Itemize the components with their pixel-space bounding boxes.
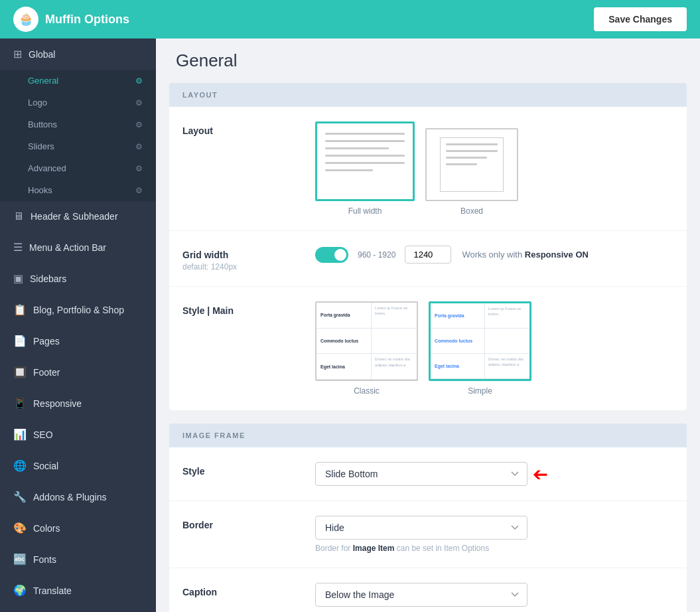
simple-row-1: Porta gravida Lorem ip Fusce ve lorem. <box>431 303 529 329</box>
sidebars-icon: ▣ <box>13 272 23 285</box>
responsive-icon: 📱 <box>13 397 27 410</box>
sidebar-responsive-label: Responsive <box>33 398 82 409</box>
gear-icon: ⚙ <box>135 186 143 195</box>
colors-icon: 🎨 <box>13 522 27 534</box>
style-dropdown-container: Slide Bottom ➔ <box>315 462 548 486</box>
style-options-container: Porta gravida Lorem ip Fusce ve lorem. C… <box>315 301 673 396</box>
gear-icon: ⚙ <box>135 98 143 108</box>
sidebar-item-custom-css-js[interactable]: </> Custom CSS & JS <box>0 606 156 612</box>
line <box>446 157 487 159</box>
content-area: General LAYOUT Layout <box>156 38 700 612</box>
simple-cell-right: Donec ve mattis dia adipisc dapibus a <box>485 354 529 378</box>
style-option-simple[interactable]: Porta gravida Lorem ip Fusce ve lorem. C… <box>429 301 531 396</box>
style-options: Porta gravida Lorem ip Fusce ve lorem. C… <box>315 301 531 396</box>
sidebar-item-responsive[interactable]: 📱 Responsive <box>0 388 156 419</box>
sidebar-sub-advanced[interactable]: Advanced ⚙ <box>0 157 156 179</box>
simple-table: Porta gravida Lorem ip Fusce ve lorem. C… <box>431 303 529 379</box>
line <box>325 155 405 157</box>
save-changes-button[interactable]: Save Changes <box>594 7 687 31</box>
simple-cell-left: Eget lacina <box>431 354 485 378</box>
sidebar-fonts-label: Fonts <box>33 554 56 565</box>
border-select[interactable]: Hide <box>315 516 527 540</box>
image-frame-style-row: Style Slide Bottom ➔ <box>169 447 687 501</box>
border-row: Border Hide Border for Image Item can be… <box>169 501 687 568</box>
classic-card: Porta gravida Lorem ip Fusce ve lorem. C… <box>315 301 418 381</box>
layout-options: Full width <box>315 121 518 216</box>
logo-area: 🧁 Muffin Options <box>13 7 129 32</box>
sidebar-global-label: Global <box>29 49 55 60</box>
sidebar-addons-label: Addons & Plugins <box>33 492 107 502</box>
app-title: Muffin Options <box>45 13 129 27</box>
simple-row-2: Commodo luctus <box>431 329 529 354</box>
simple-cell-right: Lorem ip Fusce ve lorem. <box>485 303 529 328</box>
layout-option-boxed[interactable]: Boxed <box>425 128 518 216</box>
sidebar-item-colors[interactable]: 🎨 Colors <box>0 512 156 544</box>
style-main-label: Style | Main <box>182 301 302 316</box>
sidebar-item-sidebars[interactable]: ▣ Sidebars <box>0 263 156 294</box>
addons-icon: 🔧 <box>13 491 27 503</box>
sidebar-sub-buttons[interactable]: Buttons ⚙ <box>0 114 156 135</box>
sidebar-sub-general[interactable]: General ⚙ <box>0 70 156 92</box>
grid-width-label: Grid width default: 1240px <box>182 246 302 271</box>
simple-cell-right <box>485 329 529 353</box>
full-width-label: Full width <box>348 206 382 216</box>
line <box>446 163 477 165</box>
grid-icon: ⊞ <box>13 48 22 60</box>
caption-select[interactable]: Below the Image <box>315 583 527 607</box>
sidebar-sub-hooks[interactable]: Hooks ⚙ <box>0 179 156 201</box>
line <box>325 133 405 135</box>
grid-value-input[interactable] <box>405 246 451 264</box>
grid-toggle[interactable] <box>315 247 348 263</box>
image-frame-style-select[interactable]: Slide Bottom <box>315 462 527 486</box>
pages-icon: 📄 <box>13 335 27 347</box>
layout-row-label: Layout <box>182 121 302 136</box>
line <box>325 162 405 164</box>
grid-controls: 960 - 1920 <box>315 246 451 264</box>
image-item-bold: Image Item <box>353 544 395 553</box>
sidebar-social-label: Social <box>33 461 58 471</box>
classic-cell-right: Donec ve mattis dia adipisc dapibus a <box>372 354 417 379</box>
sidebar-sub-logo-label: Logo <box>28 98 47 108</box>
layout-panel: LAYOUT Layout <box>169 83 687 410</box>
page-title: General <box>176 50 680 71</box>
translate-icon: 🌍 <box>13 584 27 597</box>
simple-card: Porta gravida Lorem ip Fusce ve lorem. C… <box>429 301 531 381</box>
fonts-icon: 🔤 <box>13 553 27 566</box>
style-option-classic[interactable]: Porta gravida Lorem ip Fusce ve lorem. C… <box>315 301 418 396</box>
border-content: Hide Border for Image Item can be set in… <box>315 516 673 553</box>
classic-row-1: Porta gravida Lorem ip Fusce ve lorem. <box>316 303 417 329</box>
seo-icon: 📊 <box>13 428 27 441</box>
sidebar: ⊞ Global General ⚙ Logo ⚙ Buttons ⚙ Slid… <box>0 38 156 612</box>
sidebar-item-global[interactable]: ⊞ Global <box>0 38 156 70</box>
sidebar-sub-sliders[interactable]: Sliders ⚙ <box>0 135 156 157</box>
caption-label: Caption <box>182 583 302 597</box>
style-main-row: Style | Main Porta gravida Lorem ip Fusc… <box>169 287 687 410</box>
gear-icon: ⚙ <box>135 164 143 173</box>
line <box>446 150 498 152</box>
sidebar-sub-logo[interactable]: Logo ⚙ <box>0 92 156 114</box>
sidebar-item-seo[interactable]: 📊 SEO <box>0 419 156 450</box>
red-arrow-indicator: ➔ <box>533 463 548 485</box>
sidebar-item-social[interactable]: 🌐 Social <box>0 450 156 481</box>
boxed-card <box>425 128 518 201</box>
layout-option-full-width[interactable]: Full width <box>315 121 415 216</box>
sidebar-item-fonts[interactable]: 🔤 Fonts <box>0 544 156 575</box>
sidebar-item-header-subheader[interactable]: 🖥 Header & Subheader <box>0 201 156 232</box>
caption-content: Below the Image <box>315 583 673 607</box>
grid-width-row: Grid width default: 1240px 960 - 1920 Wo… <box>169 231 687 287</box>
sidebar-header-label: Header & Subheader <box>31 211 118 222</box>
sidebar-item-translate[interactable]: 🌍 Translate <box>0 575 156 606</box>
classic-row-2: Commodo luctus <box>316 329 417 354</box>
sidebar-blog-label: Blog, Portfolio & Shop <box>33 305 124 315</box>
image-frame-panel: IMAGE FRAME Style Slide Bottom ➔ Border <box>169 423 687 612</box>
sidebar-item-menu-action-bar[interactable]: ☰ Menu & Action Bar <box>0 232 156 263</box>
sidebar-item-footer[interactable]: 🔲 Footer <box>0 356 156 388</box>
sidebar-item-addons-plugins[interactable]: 🔧 Addons & Plugins <box>0 481 156 512</box>
classic-cell-left: Eget lacina <box>316 354 372 379</box>
sidebar-item-blog-portfolio-shop[interactable]: 📋 Blog, Portfolio & Shop <box>0 294 156 325</box>
sidebar-item-pages[interactable]: 📄 Pages <box>0 325 156 356</box>
classic-cell-right <box>372 329 417 354</box>
simple-cell-left: Porta gravida <box>431 303 485 328</box>
sidebar-sub-sliders-label: Sliders <box>28 141 54 151</box>
border-hint: Border for Image Item can be set in Item… <box>315 544 527 553</box>
